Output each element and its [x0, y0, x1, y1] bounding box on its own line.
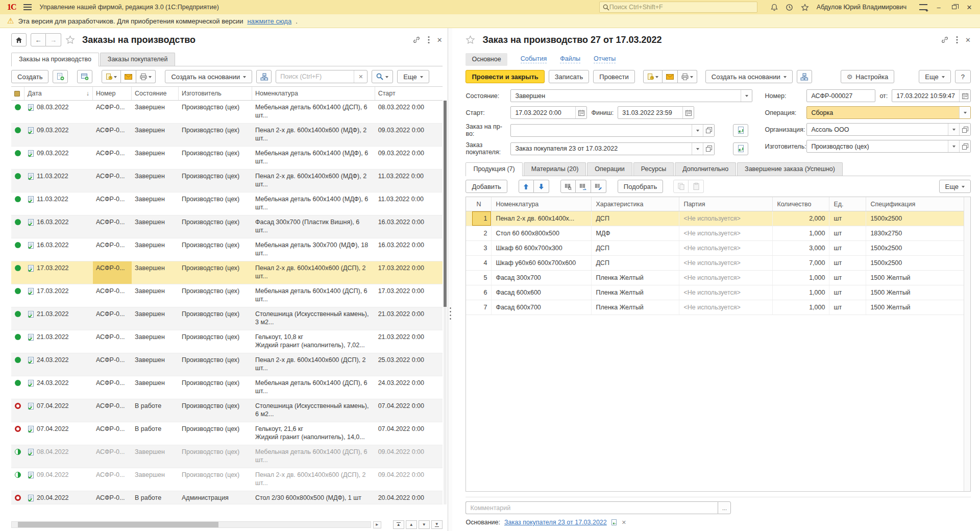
- product-row[interactable]: 4Шкаф у60х60 600х700х600ДСП<Не используе…: [466, 256, 964, 271]
- more-dots-icon[interactable]: [428, 36, 430, 44]
- prod-order-input[interactable]: [510, 124, 715, 137]
- post-button[interactable]: Провести: [593, 70, 635, 83]
- more-dots-icon[interactable]: [956, 36, 958, 44]
- chevron-down-icon[interactable]: [948, 140, 959, 152]
- move-up-button[interactable]: [519, 180, 534, 193]
- get-link-icon[interactable]: [941, 36, 949, 44]
- search-dropdown-button[interactable]: [372, 70, 393, 83]
- create-based-button[interactable]: Создать на основании: [705, 70, 793, 83]
- list-search-input[interactable]: [276, 73, 354, 80]
- tab-additional[interactable]: Дополнительно: [675, 162, 736, 176]
- tab-customer-orders[interactable]: Заказы покупателей: [100, 53, 176, 66]
- copy-rows-icon-button[interactable]: [673, 180, 689, 193]
- column-characteristic[interactable]: Характеристика: [592, 197, 679, 211]
- order-row[interactable]: 20.04.2022АСФР-0...В работеАдминистрация…: [11, 491, 443, 504]
- page-down-button[interactable]: ▼: [419, 520, 430, 529]
- page-up-button[interactable]: ▲: [406, 520, 417, 529]
- history-clock-icon[interactable]: [783, 2, 796, 13]
- column-batch[interactable]: Партия: [679, 197, 773, 211]
- calendar-icon[interactable]: [575, 107, 586, 118]
- fill-from-basis-button[interactable]: [733, 142, 748, 155]
- column-nomenclature[interactable]: Номенклатура: [492, 197, 592, 211]
- column-spec[interactable]: Спецификация: [866, 197, 964, 211]
- panel-splitter[interactable]: [448, 28, 453, 531]
- open-icon[interactable]: [959, 124, 970, 135]
- order-row[interactable]: 16.03.2022АСФР-0...ЗавершенПроизводство …: [11, 238, 443, 261]
- create-based-button[interactable]: Создать на основании: [165, 70, 252, 83]
- comment-input[interactable]: [465, 501, 718, 514]
- column-number[interactable]: Номер: [93, 87, 132, 100]
- basis-open-icon[interactable]: [611, 519, 618, 526]
- org-structure-icon-button[interactable]: [797, 70, 812, 83]
- column-unit[interactable]: Ед.: [829, 197, 866, 211]
- deferred-doc-icon-button[interactable]: [102, 70, 121, 83]
- help-button[interactable]: ?: [955, 70, 971, 83]
- tab-products[interactable]: Продукция (7): [465, 162, 522, 176]
- add-row-button[interactable]: Добавить: [465, 180, 507, 193]
- tab-resources[interactable]: Ресурсы: [633, 162, 674, 176]
- go-last-button[interactable]: ▼: [431, 520, 443, 529]
- date-input[interactable]: 17.03.2022 10:59:47: [892, 89, 971, 102]
- column-manufacturer[interactable]: Изготовитель: [179, 87, 252, 100]
- open-icon[interactable]: [703, 125, 714, 136]
- order-row[interactable]: 07.04.2022АСФР-0...В работеПроизводство …: [11, 399, 443, 422]
- nav-tab-files[interactable]: Файлы: [560, 55, 580, 63]
- barcode-input-icon-button[interactable]: [576, 180, 591, 193]
- get-link-icon[interactable]: [412, 36, 421, 44]
- minimize-icon[interactable]: –: [933, 2, 944, 12]
- open-icon[interactable]: [959, 140, 970, 152]
- new-document-icon-button[interactable]: [53, 70, 68, 83]
- close-panel-icon[interactable]: ✕: [437, 36, 443, 44]
- create-button[interactable]: Создать: [11, 70, 48, 83]
- mail-icon-button[interactable]: [663, 70, 678, 83]
- order-row[interactable]: 09.04.2022АСФР-0...ЗавершенПроизводство …: [11, 468, 443, 491]
- clear-search-icon[interactable]: ✕: [354, 70, 367, 83]
- move-down-button[interactable]: [534, 180, 549, 193]
- global-search[interactable]: [599, 2, 757, 13]
- orders-vertical-scrollbar[interactable]: [444, 101, 447, 504]
- comment-expand-button[interactable]: ...: [718, 501, 731, 514]
- favorite-star-icon[interactable]: [65, 35, 75, 44]
- order-row[interactable]: 11.03.2022АСФР-0...ЗавершенПроизводство …: [11, 192, 443, 215]
- chevron-down-icon[interactable]: [692, 143, 703, 155]
- products-more-button[interactable]: Еще: [939, 180, 971, 193]
- print-icon-button[interactable]: [136, 70, 156, 83]
- settings-button[interactable]: ⚙ Настройка: [841, 70, 895, 83]
- service-menu-icon[interactable]: [918, 2, 929, 12]
- chevron-down-icon[interactable]: [948, 124, 959, 135]
- product-row[interactable]: 2Стол 60 600х800х500МДФ<Не используется>…: [466, 226, 964, 241]
- product-row[interactable]: 3Шкаф 60 600х700х300ДСП<Не используется>…: [466, 241, 964, 256]
- state-select[interactable]: Завершен: [510, 89, 752, 102]
- chevron-down-icon[interactable]: [692, 125, 703, 136]
- favorite-star-icon[interactable]: [465, 35, 475, 44]
- nav-tab-reports[interactable]: Отчеты: [594, 55, 616, 63]
- mail-icon-button[interactable]: [121, 70, 136, 83]
- order-row[interactable]: 24.03.2022АСФР-0...ЗавершенПроизводство …: [11, 376, 443, 399]
- scroll-right-icon[interactable]: ►: [373, 521, 381, 528]
- number-input[interactable]: АСФР-000027: [806, 89, 875, 102]
- calendar-icon[interactable]: [959, 90, 970, 102]
- tab-materials[interactable]: Материалы (20): [524, 162, 586, 176]
- favorites-star-icon[interactable]: [799, 2, 811, 13]
- forward-button[interactable]: →: [46, 33, 61, 46]
- order-row[interactable]: 17.03.2022АСФР-0...ЗавершенПроизводство …: [11, 284, 443, 307]
- deferred-doc-icon-button[interactable]: [643, 70, 663, 83]
- close-app-icon[interactable]: ✕: [964, 2, 975, 12]
- column-nomenclature[interactable]: Номенклатура: [252, 87, 375, 100]
- order-row[interactable]: 08.03.2022АСФР-0...ЗавершенПроизводство …: [11, 101, 443, 124]
- barcode-scan-icon-button[interactable]: [560, 180, 576, 193]
- calendar-icon[interactable]: [682, 107, 694, 118]
- warning-link[interactable]: нажмите сюда: [247, 17, 291, 25]
- order-row[interactable]: 09.03.2022АСФР-0...ЗавершенПроизводство …: [11, 147, 443, 170]
- close-form-icon[interactable]: ✕: [965, 36, 971, 44]
- global-search-input[interactable]: [609, 4, 754, 11]
- order-row[interactable]: 21.03.2022АСФР-0...ЗавершенПроизводство …: [11, 307, 443, 330]
- order-row[interactable]: 07.04.2022АСФР-0...В работеПроизводство …: [11, 422, 443, 445]
- nav-tab-events[interactable]: События: [521, 55, 547, 63]
- order-row[interactable]: 16.03.2022АСФР-0...ЗавершенПроизводство …: [11, 215, 443, 238]
- chevron-down-icon[interactable]: [741, 90, 752, 102]
- product-row[interactable]: 7Фасад 600х700Пленка Желтый<Не используе…: [466, 300, 964, 315]
- organization-input[interactable]: Ассоль ООО: [806, 123, 971, 136]
- org-structure-icon-button[interactable]: [256, 70, 272, 83]
- product-row[interactable]: 5Фасад 300х700Пленка Желтый<Не используе…: [466, 271, 964, 285]
